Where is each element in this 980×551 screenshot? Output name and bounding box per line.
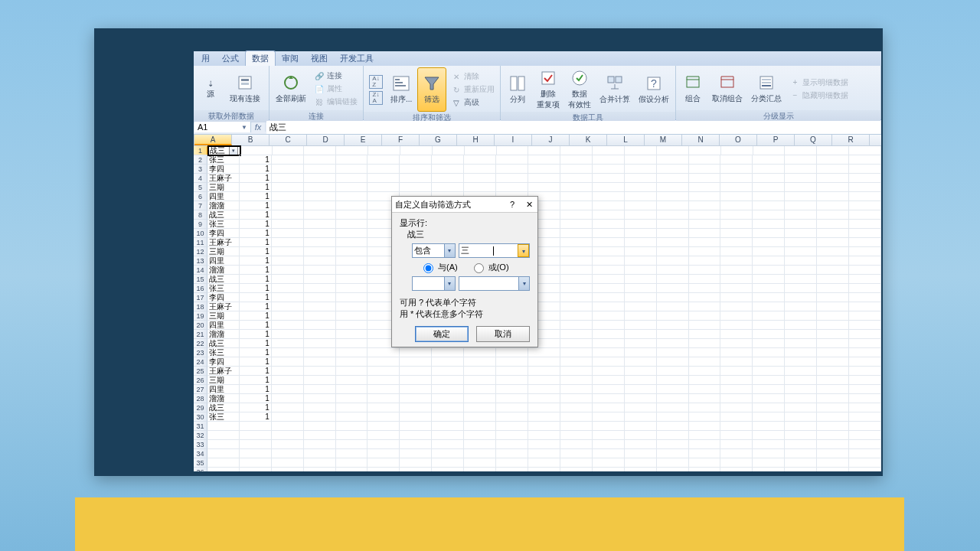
cell[interactable] [560, 220, 593, 229]
cell[interactable]: 张三 [207, 155, 240, 165]
btn-filter[interactable]: 筛选 [417, 67, 446, 112]
row-header[interactable]: 1 [194, 146, 208, 155]
cell[interactable] [432, 367, 464, 376]
cell[interactable] [207, 440, 240, 449]
cell[interactable] [720, 201, 753, 210]
cell[interactable] [528, 174, 560, 183]
cell[interactable]: 1 [240, 183, 272, 192]
cell[interactable] [657, 412, 689, 422]
cell[interactable]: 三期 [207, 376, 240, 385]
cell[interactable] [849, 385, 881, 394]
cell[interactable] [368, 146, 400, 155]
cell[interactable] [785, 330, 817, 339]
cell[interactable] [240, 431, 272, 440]
cell[interactable] [560, 468, 593, 471]
cell[interactable]: 1 [240, 385, 272, 394]
cell[interactable] [657, 468, 689, 471]
cell[interactable] [304, 458, 336, 468]
cell[interactable] [785, 376, 817, 385]
cell[interactable] [272, 394, 304, 403]
cell[interactable] [689, 339, 721, 348]
cell[interactable] [304, 266, 336, 275]
cell[interactable] [336, 403, 368, 412]
cell[interactable] [785, 220, 817, 229]
cell[interactable] [336, 266, 368, 275]
cell[interactable] [753, 210, 785, 220]
cell[interactable] [304, 165, 336, 174]
cell[interactable]: 四里 [207, 256, 240, 266]
cell[interactable] [849, 321, 881, 330]
cell[interactable] [207, 431, 240, 440]
cell[interactable] [817, 293, 849, 302]
cell[interactable] [304, 293, 336, 302]
column-header[interactable]: M [645, 135, 682, 145]
cell[interactable] [625, 412, 657, 422]
column-header[interactable]: J [532, 135, 570, 145]
cell[interactable] [432, 348, 464, 357]
cell[interactable] [560, 183, 593, 192]
cell[interactable] [720, 165, 753, 174]
cell[interactable] [849, 394, 881, 403]
cell[interactable] [593, 449, 625, 458]
cell[interactable] [689, 293, 721, 302]
cell[interactable]: 李四 [207, 229, 240, 238]
cell[interactable] [560, 256, 593, 266]
cell[interactable] [657, 403, 689, 412]
cell[interactable] [689, 367, 721, 376]
cell[interactable]: 三期 [207, 183, 240, 192]
column-header[interactable]: O [720, 135, 757, 145]
cell[interactable] [496, 440, 528, 449]
cell[interactable] [560, 440, 593, 449]
cell[interactable] [657, 440, 689, 449]
cell[interactable] [304, 431, 336, 440]
cell[interactable] [496, 367, 528, 376]
cell[interactable] [432, 376, 464, 385]
cell[interactable] [336, 376, 368, 385]
cell[interactable] [817, 449, 849, 458]
btn-remove-dup[interactable]: 删除 重复项 [534, 67, 563, 112]
cell[interactable] [400, 431, 432, 440]
cell[interactable]: 溜溜 [207, 330, 240, 339]
cell[interactable] [689, 247, 721, 256]
column-header[interactable]: D [307, 135, 345, 145]
cell[interactable] [657, 183, 689, 192]
cell[interactable] [272, 229, 304, 238]
cell[interactable] [464, 385, 496, 394]
cell[interactable] [528, 449, 560, 458]
cell[interactable] [272, 210, 304, 220]
cell[interactable] [304, 192, 336, 201]
cell[interactable] [304, 311, 336, 321]
cell[interactable] [849, 229, 881, 238]
btn-sort[interactable]: 排序... [387, 68, 415, 111]
cell[interactable]: 李四 [207, 357, 240, 367]
cell[interactable] [593, 201, 625, 210]
cell[interactable] [625, 330, 657, 339]
cell[interactable] [336, 174, 368, 183]
cell[interactable] [720, 275, 753, 284]
cell[interactable] [689, 412, 721, 422]
cell[interactable] [689, 210, 721, 220]
cell[interactable] [849, 146, 881, 155]
cell[interactable] [304, 422, 336, 431]
cell[interactable] [304, 449, 336, 458]
cell[interactable] [272, 458, 304, 468]
cell[interactable] [593, 311, 625, 321]
cell[interactable]: 1 [240, 155, 272, 165]
row-header[interactable]: 15 [194, 275, 207, 284]
cell[interactable] [689, 403, 721, 412]
row-header[interactable]: 25 [194, 367, 207, 376]
column-header[interactable]: P [757, 135, 795, 145]
cell[interactable] [560, 431, 593, 440]
cell[interactable] [657, 238, 689, 247]
cell[interactable] [336, 449, 368, 458]
cell[interactable] [657, 339, 689, 348]
cell[interactable] [272, 238, 304, 247]
cell[interactable] [785, 412, 817, 422]
cell[interactable] [817, 275, 849, 284]
cell[interactable]: 1 [240, 201, 272, 210]
cell[interactable] [689, 229, 721, 238]
cell[interactable] [785, 339, 817, 348]
cell[interactable] [336, 367, 368, 376]
cell[interactable] [496, 458, 528, 468]
cell[interactable] [785, 266, 817, 275]
